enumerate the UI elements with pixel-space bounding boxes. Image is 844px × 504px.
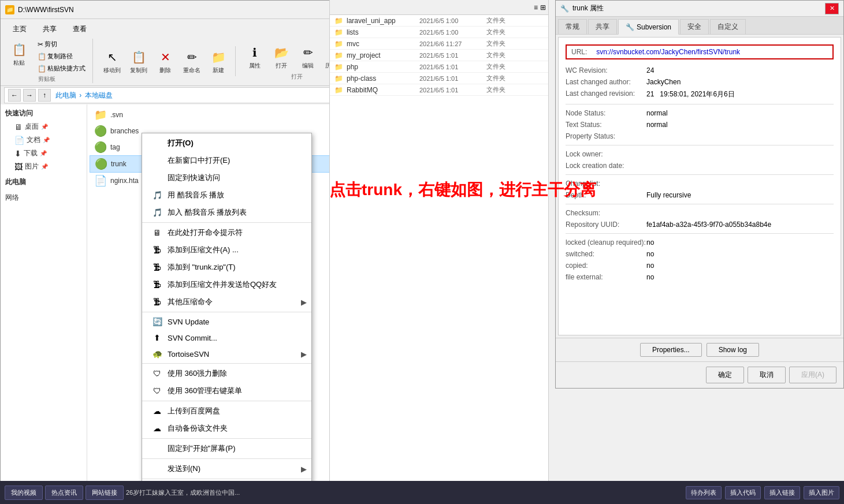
cut-label: 剪切 xyxy=(44,40,57,48)
cut-copy-btns: ✂ 剪切 📋 复制路径 📋 粘贴快捷方式 xyxy=(35,39,88,74)
tab-view[interactable]: 查看 xyxy=(65,21,94,36)
ctx-360-manage[interactable]: 🛡 使用 360管理右键菜单 xyxy=(142,382,311,400)
move-to-button[interactable]: ↖ 移动到 xyxy=(100,46,124,76)
ctx-baidu-upload[interactable]: ☁ 上传到百度网盘 xyxy=(142,402,311,420)
wc-revision-row: WC Revision: 24 xyxy=(566,66,834,74)
breadcrumb-pc[interactable]: 此电脑 xyxy=(55,91,76,99)
sidebar-item-desktop[interactable]: 🖥 桌面 📌 xyxy=(10,120,87,133)
right-file-my-project[interactable]: 📁 my_project 2021/6/5 1:01 文件夹 xyxy=(330,50,548,61)
taskbar-insert-image[interactable]: 插入图片 xyxy=(804,486,839,499)
right-file-lists[interactable]: 📁 lists 2021/6/5 1:00 文件夹 xyxy=(330,27,548,38)
forward-button[interactable]: → xyxy=(23,89,36,102)
sidebar-item-documents[interactable]: 📄 文档 📌 xyxy=(10,133,87,147)
ctx-svn-update[interactable]: 🔄 SVN Update xyxy=(142,313,311,330)
ctx-cmd[interactable]: 🖥 在此处打开命令提示符 xyxy=(142,224,311,241)
right-file-php-class[interactable]: 📁 php-class 2021/6/5 1:01 文件夹 xyxy=(330,73,548,84)
open-button[interactable]: 📂 打开 xyxy=(269,42,293,72)
locked-value: no xyxy=(646,238,834,247)
delete-label: 删除 xyxy=(159,66,171,74)
repo-uuid-label: Repository UUID: xyxy=(566,221,646,229)
show-log-button[interactable]: Show log xyxy=(707,343,759,357)
properties-button[interactable]: ℹ 属性 xyxy=(243,42,267,72)
svn-folder-icon: 📁 xyxy=(94,109,107,121)
quick-access-header[interactable]: 快速访问 xyxy=(1,107,87,120)
prop-tab-share[interactable]: 共享 xyxy=(588,19,617,34)
ctx-kuwo-add[interactable]: 🎵 加入 酷我音乐 播放列表 xyxy=(142,204,311,221)
ctx-sep-3 xyxy=(142,363,311,364)
last-author-row: Last changed author: JackyChen xyxy=(566,78,834,86)
copy-to-label: 复制到 xyxy=(130,66,147,74)
thispc-header[interactable]: 此电脑 xyxy=(1,176,87,189)
view-icon-2[interactable]: ⊞ xyxy=(540,3,546,12)
taskbar-todo-list[interactable]: 待办列表 xyxy=(686,486,722,499)
sidebar-item-documents-label: 文档 xyxy=(27,135,40,145)
ctx-more-compress[interactable]: 🗜 其他压缩命令 ▶ xyxy=(142,293,311,311)
ctx-compress-qq-label: 添加到压缩文件并发送给QQ好友 xyxy=(168,279,277,290)
tab-home[interactable]: 主页 xyxy=(5,21,34,36)
prop-tab-subversion[interactable]: 🔧 Subversion xyxy=(618,19,679,35)
ctx-more-compress-arrow: ▶ xyxy=(301,298,307,307)
ctx-svn-commit[interactable]: ⬆ SVN Commit... xyxy=(142,330,311,346)
prop-tabs: 常规 共享 🔧 Subversion 安全 自定义 xyxy=(556,17,843,35)
paste-shortcut-button[interactable]: 📋 粘贴快捷方式 xyxy=(35,63,88,74)
ctx-compress-trunk[interactable]: 🗜 添加到 "trunk.zip"(T) xyxy=(142,259,311,276)
ctx-360-delete[interactable]: 🛡 使用 360强力删除 xyxy=(142,365,311,382)
ctx-tortoisesvn[interactable]: 🐢 TortoiseSVN ▶ xyxy=(142,346,311,362)
sidebar-item-pictures[interactable]: 🖼 图片 📌 xyxy=(10,160,87,173)
right-file-php[interactable]: 📁 php 2021/6/5 1:01 文件夹 xyxy=(330,61,548,73)
rename-label: 重命名 xyxy=(183,66,200,74)
taskbar-hot-news[interactable]: 热点资讯 xyxy=(45,486,83,500)
ctx-compress[interactable]: 🗜 添加到压缩文件(A) ... xyxy=(142,241,311,259)
taskbar-insert-link[interactable]: 插入链接 xyxy=(764,486,800,499)
prop-tab-custom[interactable]: 自定义 xyxy=(710,19,746,34)
taskbar-right: 待办列表 插入代码 插入链接 插入图片 xyxy=(686,486,839,499)
tab-share[interactable]: 共享 xyxy=(35,21,64,36)
clipboard-group: 📋 粘贴 ✂ 剪切 📋 复制路径 xyxy=(5,39,93,83)
pin-icon-3: 📌 xyxy=(40,150,47,156)
right-file-list: 📁 laravel_uni_app 2021/6/5 1:00 文件夹 📁 li… xyxy=(330,15,548,96)
up-button[interactable]: ↑ xyxy=(38,89,51,102)
text-status-value: normal xyxy=(646,121,834,129)
ctx-svn-commit-label: SVN Commit... xyxy=(168,334,217,342)
ok-button[interactable]: 确定 xyxy=(706,367,744,383)
context-menu: 打开(O) 在新窗口中打开(E) 固定到快速访问 🎵 用 酷我音乐 播放 🎵 加… xyxy=(142,133,312,504)
paste-button[interactable]: 📋 粘贴 xyxy=(5,39,33,69)
ctx-open[interactable]: 打开(O) xyxy=(142,135,311,152)
sidebar-item-downloads[interactable]: ⬇ 下载 📌 xyxy=(10,147,87,160)
ctx-auto-backup[interactable]: ☁ 自动备份该文件夹 xyxy=(142,420,311,437)
taskbar-website-links[interactable]: 网站链接 xyxy=(85,486,124,500)
taskbar-my-videos[interactable]: 我的视频 xyxy=(5,486,43,500)
prop-tab-general[interactable]: 常规 xyxy=(558,19,587,34)
delete-button[interactable]: ✕ 删除 xyxy=(153,46,177,76)
ctx-send-to[interactable]: 发送到(N) ▶ xyxy=(142,460,311,477)
cut-button[interactable]: ✂ 剪切 xyxy=(35,39,88,50)
file-external-value: no xyxy=(646,273,834,281)
right-file-laravel[interactable]: 📁 laravel_uni_app 2021/6/5 1:00 文件夹 xyxy=(330,15,548,27)
copy-to-button[interactable]: 📋 复制到 xyxy=(127,46,151,76)
copy-path-button[interactable]: 📋 复制路径 xyxy=(35,51,88,62)
apply-button[interactable]: 应用(A) xyxy=(789,367,836,383)
properties-button[interactable]: Properties... xyxy=(640,343,702,357)
new-folder-button[interactable]: 📁 新建 xyxy=(206,46,230,76)
right-file-rabbitmq[interactable]: 📁 RabbitMQ 2021/6/5 1:01 文件夹 xyxy=(330,84,548,96)
sidebar-item-desktop-label: 桌面 xyxy=(25,122,39,132)
ctx-pin-start[interactable]: 固定到"开始"屏幕(P) xyxy=(142,440,311,457)
ctx-open-new-window[interactable]: 在新窗口中打开(E) xyxy=(142,152,311,169)
rename-button[interactable]: ✏ 重命名 xyxy=(180,46,204,76)
sidebar-item-network[interactable]: 网络 xyxy=(1,191,87,204)
cancel-button[interactable]: 取消 xyxy=(748,367,786,383)
address-path[interactable]: 此电脑 › 本地磁盘 xyxy=(53,91,370,100)
view-icon-1[interactable]: ≡ xyxy=(534,3,538,12)
breadcrumb-drive[interactable]: 本地磁盘 xyxy=(85,91,113,99)
right-file-mvc[interactable]: 📁 mvc 2021/6/6 11:27 文件夹 xyxy=(330,38,548,50)
ctx-tortoisesvn-label: TortoiseSVN xyxy=(168,350,209,359)
annotation-text: 点击trunk，右键如图，进行主干分离 xyxy=(329,179,596,201)
ctx-pin-quick[interactable]: 固定到快速访问 xyxy=(142,169,311,186)
back-button[interactable]: ← xyxy=(8,89,21,102)
ctx-kuwo-play[interactable]: 🎵 用 酷我音乐 播放 xyxy=(142,186,311,204)
ctx-compress-qq[interactable]: 🗜 添加到压缩文件并发送给QQ好友 xyxy=(142,276,311,293)
prop-close-button[interactable]: ✕ xyxy=(825,3,839,14)
prop-tab-security[interactable]: 安全 xyxy=(680,19,709,34)
taskbar-insert-code[interactable]: 插入代码 xyxy=(725,486,761,499)
edit-button[interactable]: ✏ 编辑 xyxy=(296,42,320,72)
